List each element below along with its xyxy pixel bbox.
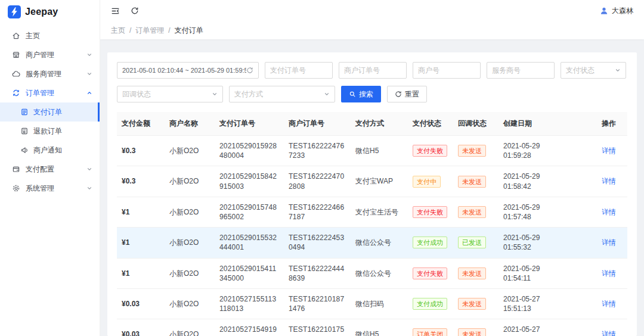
home-icon [12,32,20,40]
sidebar-item-pay-config[interactable]: 支付配置 [0,160,100,179]
pay-way-cell: 微信H5 [351,136,408,166]
chevron-up-icon [86,90,92,96]
breadcrumb-home[interactable]: 主页 [111,26,125,36]
select-placeholder: 支付方式 [234,89,263,99]
detail-link[interactable]: 详情 [602,208,616,216]
sidebar-item-order-mgmt[interactable]: 订单管理 [0,83,100,102]
system-gear-icon [12,184,20,192]
pay-order-no-cell: 20210529015842915003 [215,166,284,197]
notify-state-select[interactable]: 回调状态 [117,86,223,102]
collapse-menu-icon[interactable] [111,7,120,15]
merchant-name-cell: 小新O2O [165,258,215,288]
pay-way-cell: 微信公众号 [351,258,408,288]
date-range-input[interactable]: 2021-05-01 02:10:44 ~ 2021-05-29 01:59:5… [117,62,259,79]
pay-orders-card: 2021-05-01 02:10:44 ~ 2021-05-29 01:59:5… [107,52,637,336]
sync-icon[interactable] [246,67,253,74]
table-row: ¥0.3小新O2O20210529015928480004TEST1622224… [117,136,627,166]
notify-state-badge: 未发送 [458,267,486,279]
table-row: ¥0.3小新O2O20210529015842915003TEST1622224… [117,166,627,197]
reset-icon [395,91,402,98]
mch-order-no-cell: TEST1622101757897 [284,319,351,336]
pay-order-no-cell: 20210529015532444001 [215,228,284,258]
table-row: ¥0.03小新O2O20210527154919357012TEST162210… [117,319,627,336]
detail-link[interactable]: 详情 [602,269,616,278]
detail-link[interactable]: 详情 [602,147,616,155]
pay-state-cell: 支付成功 [408,228,453,258]
action-cell: 详情 [590,288,627,319]
pay-state-cell: 支付中 [408,166,453,197]
sidebar-item-label: 商户通知 [33,145,62,155]
username: 大森林 [612,6,633,16]
sidebar-subitem-merchant-notify[interactable]: 商户通知 [0,141,100,160]
detail-link[interactable]: 详情 [602,238,616,247]
isv-no-input[interactable] [487,62,555,79]
mch-order-no-cell: TEST1622224667187 [284,197,351,227]
column-header-pay-order-no: 支付订单号 [215,112,284,136]
search-button-label: 搜索 [359,89,373,99]
merchant-icon [12,51,20,59]
breadcrumb-order-mgmt[interactable]: 订单管理 [135,26,164,36]
pay-state-cell: 支付成功 [408,288,453,319]
sidebar-item-isv-mgmt[interactable]: 服务商管理 [0,64,100,83]
table-header-row: 支付金额 商户名称 支付订单号 商户订单号 支付方式 支付状态 回调状态 创建日… [117,112,627,136]
sidebar-item-label: 支付订单 [33,107,62,117]
amount-cell: ¥1 [117,258,165,288]
sidebar-item-system-mgmt[interactable]: 系统管理 [0,179,100,198]
pay-order-icon [20,108,29,116]
merchant-name-cell: 小新O2O [165,228,215,258]
action-cell: 详情 [590,166,627,197]
pay-state-cell: 支付失败 [408,258,453,288]
table-row: ¥1小新O2O20210529015532444001TEST162222453… [117,228,627,258]
order-mgmt-submenu: 支付订单 退款订单 商户通知 [0,102,100,160]
detail-link[interactable]: 详情 [602,300,616,308]
reset-button-label: 重置 [405,89,419,99]
sidebar-subitem-refund-orders[interactable]: 退款订单 [0,122,100,141]
user-menu[interactable]: 大森林 [600,6,633,16]
sidebar-item-label: 服务商管理 [26,69,61,79]
notify-state-cell: 未发送 [453,166,499,197]
notify-state-cell: 未发送 [453,319,499,336]
search-button[interactable]: 搜索 [341,86,381,102]
chevron-down-icon [615,67,621,73]
mch-order-no-cell: TEST1622224530494 [284,228,351,258]
reset-button[interactable]: 重置 [387,86,427,102]
table-row: ¥1小新O2O20210529015748965002TEST162222466… [117,197,627,227]
sidebar-item-merchant-mgmt[interactable]: 商户管理 [0,45,100,64]
avatar-icon [600,7,608,15]
detail-link[interactable]: 详情 [602,330,616,336]
jeepay-logo-icon [8,5,21,18]
column-header-pay-state: 支付状态 [408,112,453,136]
sidebar-item-home[interactable]: 主页 [0,26,100,45]
select-placeholder: 支付状态 [566,66,595,76]
pay-state-badge: 支付成功 [413,298,447,310]
sidebar-subitem-pay-orders[interactable]: 支付订单 [0,102,100,122]
brand-name: Jeepay [25,7,58,17]
breadcrumb: 主页 / 订单管理 / 支付订单 [100,21,644,39]
amount-cell: ¥1 [117,228,165,258]
search-icon [349,91,356,98]
logo[interactable]: Jeepay [0,0,100,24]
refresh-icon[interactable] [131,7,139,15]
column-header-created: 创建日期 [499,112,590,136]
sidebar-item-label: 退款订单 [33,126,62,136]
main-area: 大森林 主页 / 订单管理 / 支付订单 2021-05-01 02:10:44… [100,0,644,336]
pay-way-cell: 支付宝WAP [351,166,408,197]
pay-way-select[interactable]: 支付方式 [229,86,335,102]
table-row: ¥1小新O2O20210529015411345000TEST162222444… [117,258,627,288]
amount-cell: ¥0.3 [117,136,165,166]
sidebar-item-label: 主页 [26,31,40,41]
mch-order-no-cell: TEST1622224448639 [284,258,351,288]
table-row: ¥0.03小新O2O20210527155113118013TEST162210… [117,288,627,319]
pay-order-no-input[interactable] [265,62,333,79]
notify-state-badge: 未发送 [458,176,486,188]
created-cell: 2021-05-29 01:54:11 [499,258,590,288]
mch-order-no-input[interactable] [339,62,407,79]
mch-no-input[interactable] [413,62,481,79]
created-cell: 2021-05-29 01:55:32 [499,228,590,258]
amount-cell: ¥0.03 [117,288,165,319]
created-cell: 2021-05-29 01:59:28 [499,136,590,166]
detail-link[interactable]: 详情 [602,177,616,185]
pay-state-badge: 支付失败 [413,267,447,279]
sidebar-item-label: 支付配置 [26,164,54,175]
pay-state-select[interactable]: 支付状态 [561,62,626,79]
